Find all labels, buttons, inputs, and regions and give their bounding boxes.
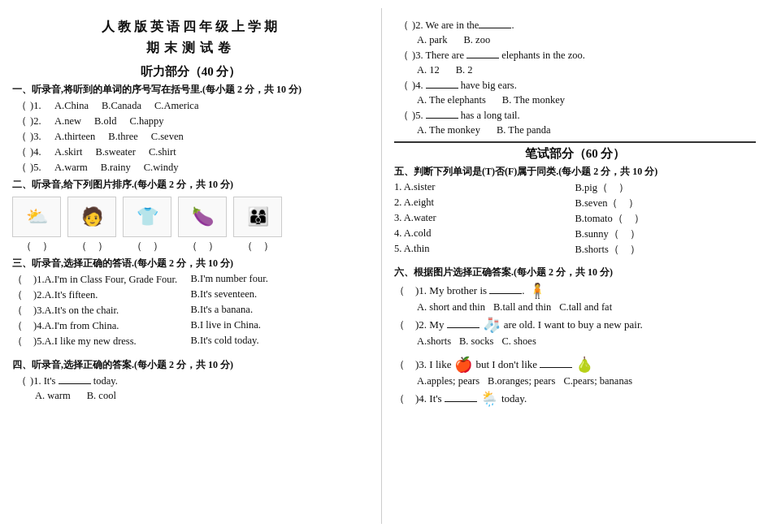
q1-1: （ )1. A.China B.Canada C.America [12, 99, 369, 113]
part6-q2-opts: A.shorts B. socks C. shoes [417, 335, 756, 348]
part2-instruction: 二、听录音,给下列图片排序.(每小题 2 分，共 10 分) [12, 178, 369, 192]
part4-q5-block: （ )5. has a long tail. A. The monkey B. … [394, 109, 756, 136]
img3: 👕 [123, 197, 171, 237]
part5-q4: 4. A.cold B.sunny（ ） [394, 227, 756, 241]
q3-3: （ )3.A.It's on the chair. B.It's a banan… [12, 304, 369, 318]
img5: 👨‍👩‍👦 [233, 197, 282, 237]
part6-q4-block: （ )4. It's 🌦️ today. [394, 390, 756, 408]
pen-section-title: 笔试部分（60 分） [394, 141, 756, 162]
part6-q1-block: （ )1. My brother is . 🧍 A. short and thi… [394, 282, 756, 314]
q3-4: （ )4.A.I'm from China. B.I live in China… [12, 319, 369, 333]
part4-q2: （ )2. We are in the. [394, 19, 756, 32]
part3-questions: （ )1.A.I'm in Class Four, Grade Four. B.… [12, 273, 369, 348]
part4-q2-block: （ )2. We are in the. A. park B. zoo [394, 19, 756, 46]
q1-4: （ )4. A.skirt B.sweater C.shirt [12, 145, 369, 159]
left-column: 人教版英语四年级上学期 期末测试卷 听力部分（40 分） 一、听录音,将听到的单… [0, 8, 382, 524]
part6-q1-opts: A. short and thin B.tall and thin C.tall… [417, 301, 756, 314]
part6-q2-block: （ )2. My 🧦 are old. I want to buy a new … [394, 316, 756, 348]
part4-q2-opts: A. park B. zoo [417, 34, 756, 46]
img4: 🍆 [178, 197, 227, 237]
part4-q1-opts: A. warm B. cool [35, 390, 369, 402]
part2-images: ⛅ 🧑 👕 🍆 👨‍👩‍👦 [12, 197, 369, 237]
right-column: （ )2. We are in the. A. park B. zoo （ )3… [382, 8, 768, 524]
q3-1: （ )1.A.I'm in Class Four, Grade Four. B.… [12, 273, 369, 287]
part4-instruction: 四、听录音,选择正确的答案.(每小题 2 分，共 10 分) [12, 358, 369, 372]
part1-instruction: 一、听录音,将听到的单词的序号写在括号里.(每小题 2 分，共 10 分) [12, 83, 369, 97]
part5-instruction: 五、判断下列单词是(T)否(F)属于同类.(每小题 2 分，共 10 分) [394, 165, 756, 179]
img1: ⛅ [12, 197, 61, 237]
sub-title: 期末测试卷 [12, 37, 369, 58]
q1-5: （ )5. A.warm B.rainy C.windy [12, 161, 369, 175]
part5-q3: 3. A.water B.tomato（ ） [394, 212, 756, 226]
part4-q1-block: （ )1. It's today. A. warm B. cool [12, 374, 369, 402]
part5-q5: 5. A.thin B.shorts（ ） [394, 243, 756, 257]
part4-q1: （ )1. It's today. [12, 374, 369, 388]
part2-brackets: （ ） （ ） （ ） （ ） （ ） [12, 239, 369, 253]
part6-q3-opts: A.apples; pears B.oranges; pears C.pears… [417, 375, 756, 387]
q1-2: （ )2. A.new B.old C.happy [12, 115, 369, 128]
part3-instruction: 三、听录音,选择正确的答语.(每小题 2 分，共 10 分) [12, 257, 369, 270]
part6-instruction: 六、根据图片选择正确答案.(每小题 2 分，共 10 分) [394, 266, 756, 279]
part4-q3-opts: A. 12 B. 2 [417, 64, 756, 76]
part1-questions: （ )1. A.China B.Canada C.America （ )2. A… [12, 99, 369, 175]
part5-q1: 1. A.sister B.pig（ ） [394, 181, 756, 195]
part4-q5-opts: A. The monkey B. The panda [417, 124, 756, 136]
weather-icon: 🌦️ [480, 390, 498, 408]
part4-q3-block: （ )3. There are elephants in the zoo. A.… [394, 49, 756, 76]
part5-questions: 1. A.sister B.pig（ ） 2. A.eight B.seven（… [394, 181, 756, 257]
part4-q5: （ )5. has a long tail. [394, 109, 756, 123]
socks-icon: 🧦 [483, 316, 501, 334]
img2: 🧑 [67, 197, 116, 237]
page: 人教版英语四年级上学期 期末测试卷 听力部分（40 分） 一、听录音,将听到的单… [0, 0, 768, 532]
q3-5: （ )5.A.I like my new dress. B.It's cold … [12, 335, 369, 348]
q1-3: （ )3. A.thirteen B.three C.seven [12, 130, 369, 144]
apple-icon: 🍎 [454, 356, 472, 374]
part5-q2: 2. A.eight B.seven（ ） [394, 197, 756, 210]
part4-q4-block: （ )4. have big ears. A. The elephants B.… [394, 79, 756, 106]
pear-icon: 🍐 [575, 356, 593, 374]
section1-title: 听力部分（40 分） [12, 64, 369, 80]
part4-q4: （ )4. have big ears. [394, 79, 756, 93]
q3-2: （ )2.A.It's fifteen. B.It's seventeen. [12, 288, 369, 302]
part6-q3-block: （ )3. I like 🍎 but I don't like 🍐 A.appl… [394, 356, 756, 387]
part4-q4-opts: A. The elephants B. The monkey [417, 94, 756, 106]
part4-q3: （ )3. There are elephants in the zoo. [394, 49, 756, 63]
brother-icon: 🧍 [528, 282, 546, 300]
title-block: 人教版英语四年级上学期 期末测试卷 [12, 16, 369, 58]
main-title: 人教版英语四年级上学期 [12, 16, 369, 37]
